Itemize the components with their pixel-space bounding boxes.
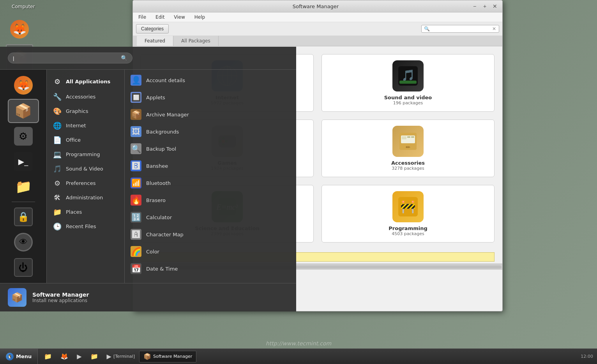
app-banshee[interactable]: 🅱 Banshee <box>125 157 296 174</box>
app-menu-search-input[interactable] <box>13 55 121 61</box>
all-apps-icon: ⚙ <box>53 77 62 86</box>
accessories-count: 3278 packages <box>392 166 424 171</box>
accessories-cat-icon: 🔧 <box>53 93 62 101</box>
tab-all-packages[interactable]: All Packages <box>173 36 219 46</box>
app-calculator[interactable]: 🔢 Calculator <box>125 209 296 226</box>
window-title: Software Manager <box>160 4 471 9</box>
charmap-label: Character Map <box>146 232 184 237</box>
taskbar-files2-icon: 📁 <box>90 353 98 360</box>
programming-cat-label: Programming <box>66 151 100 157</box>
app-archive[interactable]: 📦 Archive Manager <box>125 106 296 123</box>
url-watermark: http://www.tecmint.com <box>266 340 331 346</box>
app-charmap[interactable]: 🅰 Character Map <box>125 226 296 243</box>
dock-folder-menu[interactable]: 📁 <box>8 175 39 199</box>
banshee-icon: 🅱 <box>131 160 141 171</box>
charmap-icon: 🅰 <box>131 229 141 240</box>
banshee-label: Banshee <box>146 163 168 169</box>
minimize-button[interactable]: − <box>471 3 478 10</box>
computer-label: Computer <box>12 4 35 9</box>
backup-label: Backup Tool <box>146 146 176 152</box>
footer-icon-glyph: 📦 <box>11 292 23 303</box>
menu-label: Menu <box>16 353 32 359</box>
tab-featured[interactable]: Featured <box>137 36 173 46</box>
svg-rect-22 <box>411 136 414 138</box>
search-box: 🔍 ✕ <box>421 25 499 33</box>
taskbar-files-icon: 📁 <box>44 353 52 360</box>
sound-video-label: Sound & Video <box>66 166 103 172</box>
app-menu-search-area: 🔍 <box>0 47 296 70</box>
cat-preferences[interactable]: ⚙ Preferences <box>47 176 124 190</box>
brasero-icon: 🔥 <box>131 195 141 206</box>
menu-edit[interactable]: Edit <box>153 14 167 21</box>
app-account[interactable]: 👤 Account details <box>125 72 296 89</box>
search-input[interactable] <box>430 26 492 32</box>
app-color[interactable]: 🌈 Color <box>125 243 296 260</box>
programming-icon: 🚧 <box>392 191 424 222</box>
clear-search-icon[interactable]: ✕ <box>492 26 496 32</box>
app-bluetooth[interactable]: 📶 Bluetooth <box>125 174 296 192</box>
cat-all-apps[interactable]: ⚙ All Applications <box>47 74 124 90</box>
cat-recent[interactable]: 🕒 Recent Files <box>47 219 124 234</box>
maximize-button[interactable]: + <box>481 3 488 10</box>
dock-lock-menu[interactable]: 🔒 <box>8 205 39 229</box>
cat-programming[interactable]: 💻 Programming <box>47 147 124 162</box>
dock-firefox[interactable]: 🦊 <box>6 16 33 43</box>
app-applets[interactable]: 🔲 Applets <box>125 89 296 106</box>
menu-help[interactable]: Help <box>192 14 207 21</box>
footer-app-name: Software Manager <box>32 292 89 298</box>
taskbar-menu-button[interactable]: 🐧 Menu <box>0 349 38 364</box>
menu-view[interactable]: View <box>171 14 187 21</box>
footer-app-desc: Install new applications <box>32 298 89 303</box>
calculator-icon: 🔢 <box>131 212 141 223</box>
taskbar-item-firefox[interactable]: 🦊 <box>56 351 72 362</box>
cat-sound-video[interactable]: 🎵 Sound & Video <box>47 162 124 176</box>
cat-graphics[interactable]: 🎨 Graphics <box>47 104 124 118</box>
app-brasero[interactable]: 🔥 Brasero <box>125 192 296 209</box>
bluetooth-icon: 📶 <box>131 178 141 188</box>
taskbar-item-files2[interactable]: 📁 <box>86 351 102 362</box>
svg-rect-7 <box>399 81 417 84</box>
internet-cat-icon: 🌐 <box>53 121 62 130</box>
dock-power-menu[interactable]: ⏻ <box>8 255 39 279</box>
taskbar-item-files[interactable]: 📁 <box>40 351 56 362</box>
cat-internet[interactable]: 🌐 Internet <box>47 118 124 133</box>
accessories-cat-label: Accessories <box>66 94 95 100</box>
backgrounds-label: Backgrounds <box>146 129 179 135</box>
window-controls: − + ✕ <box>471 3 498 10</box>
taskbar-item-terminal-name[interactable]: ▶ [Terminal] <box>102 351 139 362</box>
color-label: Color <box>146 249 159 255</box>
app-backgrounds[interactable]: 🖼 Backgrounds <box>125 123 296 140</box>
cat-accessories[interactable]: 🔧 Accessories <box>47 90 124 104</box>
dock-separator-1 <box>12 202 35 202</box>
app-backup[interactable]: 🔍 Backup Tool <box>125 140 296 157</box>
taskbar-item-terminal[interactable]: ▶ <box>72 351 86 362</box>
dock-eye-menu[interactable]: 👁 <box>8 230 39 254</box>
graphics-label: Graphics <box>66 108 88 114</box>
cat-administration[interactable]: 🛠 Administration <box>47 190 124 205</box>
app-menu-overlay: 🔍 🦊 📦 ⚙ ▶_ 📁 <box>0 47 296 311</box>
taskbar-item-swmanager[interactable]: 📦 Software Manager <box>139 351 196 362</box>
dock-terminal-menu[interactable]: ▶_ <box>8 149 39 173</box>
category-accessories[interactable]: ✏ Accessories 3278 packages <box>321 120 495 177</box>
dock-package-menu[interactable]: 📦 <box>8 99 39 123</box>
recent-icon: 🕒 <box>53 222 62 230</box>
bluetooth-label: Bluetooth <box>146 180 171 186</box>
cat-places[interactable]: 📁 Places <box>47 205 124 219</box>
administration-icon: 🛠 <box>53 193 62 202</box>
categories-button[interactable]: Categories <box>136 24 169 33</box>
menu-file[interactable]: File <box>136 14 148 21</box>
category-programming[interactable]: 🚧 Programming 4503 packages <box>321 185 495 243</box>
programming-count: 4503 packages <box>392 231 424 236</box>
dock-firefox-menu[interactable]: 🦊 <box>8 74 39 97</box>
taskbar-firefox-icon: 🦊 <box>60 353 68 360</box>
app-datetime[interactable]: 📅 Date & Time <box>125 260 296 277</box>
close-button[interactable]: ✕ <box>491 3 498 10</box>
archive-label: Archive Manager <box>146 112 189 118</box>
category-sound[interactable]: 🎵 Sound and video 196 packages <box>321 54 495 112</box>
preferences-icon: ⚙ <box>53 179 62 187</box>
account-label: Account details <box>146 77 185 83</box>
dock-gear-menu[interactable]: ⚙ <box>8 125 39 148</box>
search-icon: 🔍 <box>424 26 430 32</box>
taskbar-items: 📁 🦊 ▶ 📁 ▶ [Terminal] 📦 Software Manager <box>38 351 577 362</box>
cat-office[interactable]: 📄 Office <box>47 133 124 147</box>
